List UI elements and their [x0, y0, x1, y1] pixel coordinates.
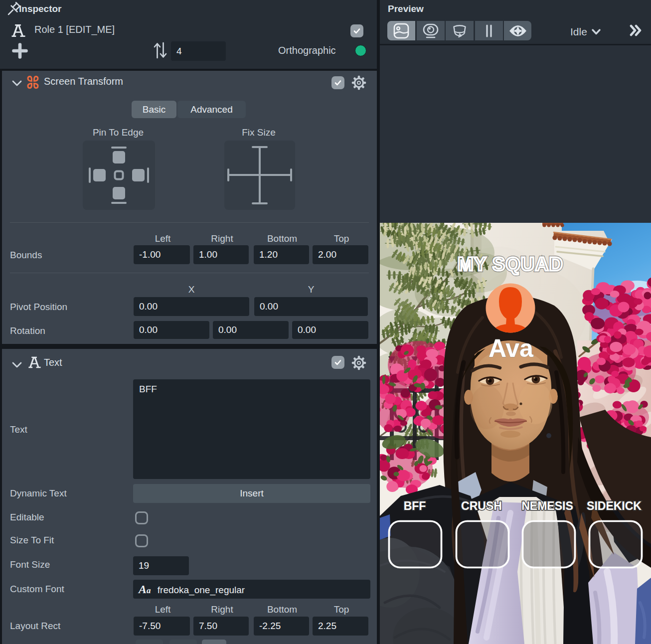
svg-text:NEMESIS: NEMESIS — [521, 499, 573, 512]
svg-text:Ava: Ava — [488, 334, 534, 362]
svg-text:MY SQUAD: MY SQUAD — [458, 254, 563, 275]
svg-text:CRUSH: CRUSH — [461, 499, 502, 512]
svg-text:BFF: BFF — [404, 499, 426, 512]
svg-text:SIDEKICK: SIDEKICK — [587, 499, 642, 512]
